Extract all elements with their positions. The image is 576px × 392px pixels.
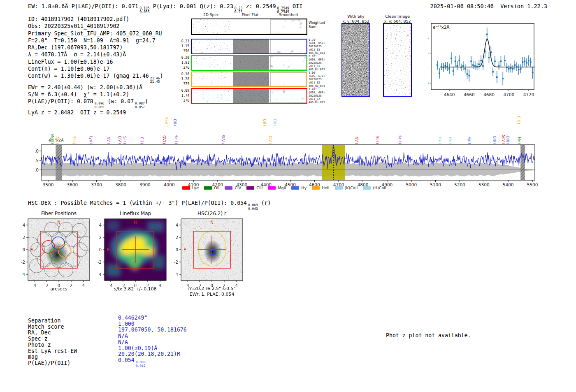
match-row-label: Spec z xyxy=(28,336,77,342)
svg-text:4660: 4660 xyxy=(464,92,475,97)
svg-text:4680: 4680 xyxy=(483,92,495,97)
svg-text:0: 0 xyxy=(428,81,429,86)
stacked-value: 0.0690.043 xyxy=(248,204,258,211)
row-pixelflat-image xyxy=(233,56,269,70)
with-sky-image xyxy=(341,23,370,97)
legend-item: (H)CaII xyxy=(363,186,386,190)
svg-text:2.5: 2.5 xyxy=(35,158,39,163)
svg-text:6: 6 xyxy=(428,35,429,40)
row-2dspec-image xyxy=(192,72,231,86)
elixer-report-page: EW: 1.8±0.6Å P(LAE)/P(OII): 0.0710.1050.… xyxy=(0,0,576,392)
info-line: ID: 4018917902 (4018917902.pdf) xyxy=(28,16,163,23)
legend-label: Lyα xyxy=(192,186,199,190)
full-spectrum-plot: 3500360037003800390040004100420043004400… xyxy=(35,142,541,192)
svg-text:0: 0 xyxy=(23,248,25,252)
svg-text:4: 4 xyxy=(176,223,178,227)
line-label-NV: NV ( xyxy=(55,109,60,144)
fiber-positions-title: Fiber Positions xyxy=(15,211,102,216)
match-row-value: N/A xyxy=(118,333,187,339)
svg-text:4720: 4720 xyxy=(523,92,534,97)
svg-text:5200: 5200 xyxy=(454,182,465,187)
svg-text:N: N xyxy=(134,220,137,225)
cutout-row xyxy=(191,39,307,54)
svg-text:4: 4 xyxy=(23,223,25,227)
svg-text:5400: 5400 xyxy=(503,182,514,187)
weighted-smoothed-image xyxy=(270,19,307,34)
svg-text:-4: -4 xyxy=(98,272,102,277)
svg-text:3700: 3700 xyxy=(91,182,102,187)
svg-text:-2: -2 xyxy=(174,260,178,264)
weighted-2dspec-image xyxy=(192,19,231,34)
row-2dspec-image xyxy=(192,56,231,70)
svg-text:E: E xyxy=(30,248,33,252)
info-line: Cont(n) = 1.10(±0.06)e-17 xyxy=(28,65,163,72)
legend-swatch xyxy=(246,186,254,190)
svg-text:5300: 5300 xyxy=(478,182,490,187)
line-label-Hβ: Hβ ( xyxy=(467,109,472,144)
match-table-labels: SeparationMatch scoreRA, DecSpec zPhoto … xyxy=(28,318,77,366)
svg-text:2: 2 xyxy=(176,235,178,240)
summary-line: EW: 1.8±0.6Å P(LAE)/P(OII): 0.0710.1050.… xyxy=(28,3,302,14)
col-header-smoothed: Smoothed xyxy=(269,13,307,17)
match-row-label: Photo z xyxy=(28,342,77,348)
fiber-xlabel: arcsecs xyxy=(15,286,102,292)
version-label: Version 1.22.3 xyxy=(500,3,547,9)
info-line: S/N = 6.3(±0.4) χ² = 1.1(±0.2) xyxy=(28,91,163,98)
svg-text:5500: 5500 xyxy=(527,182,538,187)
lineflux-map-title: Lineflux Map xyxy=(92,211,179,216)
row-2dspec-image xyxy=(192,89,231,103)
lineflux-map-panel: NE-4-2024420-2-4 xyxy=(91,217,179,290)
weighted-sum-row xyxy=(191,19,307,35)
svg-text:-2: -2 xyxy=(21,260,25,264)
photz-note: Phot z plot not available. xyxy=(386,332,471,339)
legend-label: MgII xyxy=(278,186,286,190)
col-header-pixelflat: Pixel Flat xyxy=(232,13,268,17)
legend-item: HeII xyxy=(312,186,330,190)
hsc-caption-2: EWr: 1. PLAE: 0.054 xyxy=(168,292,255,297)
line-label-Lya: Lya ( xyxy=(88,109,94,144)
legend-item: Lyα xyxy=(182,186,199,190)
row-right-meta: 1.06"(605, 678)20220325v011_02405_RU_074 xyxy=(309,72,325,88)
legend-swatch xyxy=(312,186,320,190)
info-line: F=2.0" T=0.150 N=1.09 A=0.91 g=24.7 xyxy=(28,37,163,44)
legend-swatch xyxy=(204,186,212,190)
svg-text:2: 2 xyxy=(99,235,102,240)
match-row-value: 1.00(±0.19)Å xyxy=(118,346,187,352)
svg-text:4640: 4640 xyxy=(444,92,455,97)
info-line: Obs: 20220325v011_4018917902 xyxy=(28,23,163,30)
lineflux-caption: s/b: 3.82 +/- 0.108 xyxy=(92,286,179,292)
svg-text:4000: 4000 xyxy=(164,182,175,187)
line-label-HeII: HeII ( xyxy=(397,109,403,144)
detection-info-block: ID: 4018917902 (4018917902.pdf)Obs: 2022… xyxy=(28,16,163,116)
legend-label: CIII xyxy=(256,186,262,190)
legend-item: (K)CaII xyxy=(335,186,358,190)
info-line: Primary Spec_Slot_IFU_AMP: 405_072_060_R… xyxy=(28,30,163,37)
legend-swatch xyxy=(335,186,343,190)
match-row-label: Separation xyxy=(28,318,77,324)
match-row-label: mag xyxy=(28,354,77,360)
cutout-row xyxy=(191,72,307,87)
legend-label: OII xyxy=(214,186,219,190)
match-row-value: 1.000 xyxy=(118,321,187,327)
svg-text:N: N xyxy=(57,220,60,225)
timestamp: 2025-01-06 08:50:46 xyxy=(430,3,494,9)
stacked-value: 0.1050.055 xyxy=(139,7,149,14)
line-label-SiII: SiII ( xyxy=(374,109,380,144)
match-row-value: 197.067050, 50.181676 xyxy=(118,327,187,333)
svg-text:E: E xyxy=(107,248,109,252)
svg-text:-4: -4 xyxy=(174,272,178,277)
match-row-label: Match score xyxy=(28,324,77,330)
row-left-stats: 0.161.28375 xyxy=(173,72,189,87)
line-label-HeII: HeII ( xyxy=(173,109,179,144)
svg-text:2: 2 xyxy=(428,65,429,70)
legend-item: CIII xyxy=(246,186,262,190)
cutout-row xyxy=(191,88,307,104)
line-label-SiIV: SiIV ( xyxy=(163,91,169,127)
legend-swatch xyxy=(225,186,232,190)
row-pixelflat-image xyxy=(233,39,269,53)
fiber-positions-panel: NE-4-2024420-2-4 xyxy=(15,217,102,290)
svg-text:3900: 3900 xyxy=(139,182,151,187)
svg-text:4: 4 xyxy=(99,223,102,227)
svg-text:3600: 3600 xyxy=(67,182,78,187)
row-pixelflat-image xyxy=(233,72,269,86)
